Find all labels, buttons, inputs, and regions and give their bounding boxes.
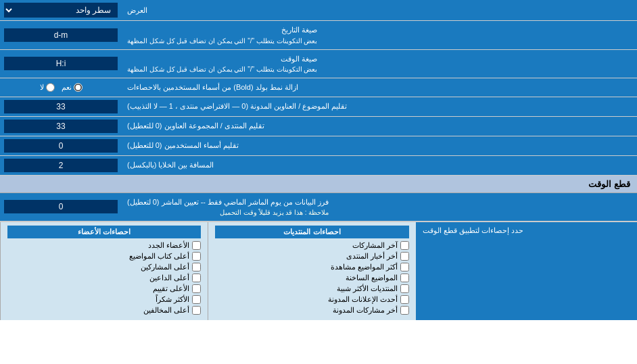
- checkbox-top-inviters[interactable]: [192, 274, 201, 282]
- bold-remove-row: ازالة نمط بولد (Bold) من أسماء المستخدمي…: [0, 78, 637, 97]
- date-format-input-cell[interactable]: [0, 21, 122, 49]
- checkbox-latest-announce[interactable]: [400, 295, 409, 304]
- gap-label: المسافة بين الخلايا (بالبكسل): [122, 156, 637, 175]
- checkbox-item[interactable]: المنتديات الأكثر شبية: [215, 284, 408, 293]
- radio-no-label[interactable]: لا: [40, 83, 55, 92]
- checkbox-new-members[interactable]: [192, 241, 201, 250]
- title-order-input-cell[interactable]: [0, 97, 122, 116]
- stats-col-members-header: احصاءات الأعضاء: [7, 226, 201, 238]
- title-order-label: تقليم الموضوع / العناوين المدونة (0 — ال…: [122, 97, 637, 116]
- bold-remove-radio-group: نعم لا: [40, 83, 82, 92]
- checkbox-latest-posts[interactable]: [400, 241, 409, 250]
- forum-order-label: تقليم المنتدى / المجموعة العناوين (0 للت…: [122, 117, 637, 136]
- checkbox-item[interactable]: أعلى المخالفين: [7, 306, 201, 315]
- checkbox-top-violators[interactable]: [192, 306, 201, 315]
- radio-yes-label[interactable]: نعم: [62, 83, 82, 92]
- checkbox-item[interactable]: أعلى كتاب المواضيع: [7, 252, 201, 261]
- checkbox-most-forums[interactable]: [400, 284, 409, 293]
- time-format-label: صيغة الوقت بعض التكوينات يتطلب "/" التي …: [122, 50, 637, 78]
- date-format-input[interactable]: [4, 28, 118, 42]
- checkbox-item[interactable]: الأعلى تقييم: [7, 284, 201, 293]
- user-order-label: تقليم أسماء المستخدمين (0 للتعطيل): [122, 136, 637, 155]
- time-cut-input[interactable]: [4, 200, 118, 213]
- checkbox-item[interactable]: المواضيع الساخنة: [215, 274, 408, 282]
- checkbox-hot-topics[interactable]: [400, 274, 409, 282]
- time-format-row: صيغة الوقت بعض التكوينات يتطلب "/" التي …: [0, 50, 637, 79]
- radio-yes[interactable]: [74, 83, 82, 92]
- display-mode-select[interactable]: سطر واحدسطرانثلاثة أسطر: [4, 3, 118, 18]
- stats-col-forums-header: احصاءات المنتديات: [215, 226, 408, 238]
- date-format-label: صيغة التاريخ بعض التكوينات يتطلب "/" الت…: [122, 21, 637, 49]
- checkbox-top-rated[interactable]: [192, 284, 201, 293]
- display-mode-cell[interactable]: سطر واحدسطرانثلاثة أسطر: [0, 0, 122, 20]
- date-format-row: صيغة التاريخ بعض التكوينات يتطلب "/" الت…: [0, 21, 637, 50]
- checkbox-item[interactable]: أحدث الإعلانات المدونة: [215, 295, 408, 304]
- stats-col-forums: احصاءات المنتديات آخر المشاركات أخر أخبا…: [208, 222, 415, 320]
- user-order-input-cell[interactable]: [0, 136, 122, 155]
- checkbox-item[interactable]: أعلى المشاركين: [7, 263, 201, 271]
- page-title-label: العرض: [122, 0, 637, 20]
- time-format-input-cell[interactable]: [0, 50, 122, 78]
- stats-section: حدد إحصاءات لتطبيق قطع الوقت احصاءات الم…: [0, 222, 637, 320]
- checkbox-item[interactable]: الأعضاء الجدد: [7, 241, 201, 250]
- checkbox-item[interactable]: أخر أخبار المنتدى: [215, 252, 408, 261]
- gap-row: المسافة بين الخلايا (بالبكسل): [0, 156, 637, 176]
- user-order-row: تقليم أسماء المستخدمين (0 للتعطيل): [0, 136, 637, 156]
- stats-checkboxes-container: احصاءات المنتديات آخر المشاركات أخر أخبا…: [0, 222, 416, 320]
- title-order-input[interactable]: [4, 100, 118, 113]
- checkbox-most-viewed[interactable]: [400, 263, 409, 271]
- bold-remove-radio-cell[interactable]: نعم لا: [0, 78, 122, 97]
- title-order-row: تقليم الموضوع / العناوين المدونة (0 — ال…: [0, 97, 637, 117]
- checkbox-top-writers[interactable]: [192, 252, 201, 261]
- checkbox-item[interactable]: أعلى الداعين: [7, 274, 201, 282]
- checkbox-blog-posts[interactable]: [400, 306, 409, 315]
- checkbox-forum-news[interactable]: [400, 252, 409, 261]
- checkbox-item[interactable]: الأكثر شكراً: [7, 295, 201, 304]
- time-cut-row: فرز البيانات من يوم الماشر الماضي فقط --…: [0, 193, 637, 222]
- checkbox-most-thanked[interactable]: [192, 295, 201, 304]
- stats-label: حدد إحصاءات لتطبيق قطع الوقت: [416, 222, 637, 320]
- gap-input[interactable]: [4, 159, 118, 172]
- stats-col-members: احصاءات الأعضاء الأعضاء الجدد أعلى كتاب …: [0, 222, 208, 320]
- forum-order-row: تقليم المنتدى / المجموعة العناوين (0 للت…: [0, 117, 637, 136]
- header-row: العرض سطر واحدسطرانثلاثة أسطر: [0, 0, 637, 21]
- user-order-input[interactable]: [4, 139, 118, 153]
- gap-input-cell[interactable]: [0, 156, 122, 175]
- checkbox-top-sharers[interactable]: [192, 263, 201, 271]
- checkbox-item[interactable]: أكثر المواضيع مشاهدة: [215, 263, 408, 271]
- time-cut-input-cell[interactable]: [0, 193, 122, 222]
- time-cut-label: فرز البيانات من يوم الماشر الماضي فقط --…: [122, 193, 637, 222]
- bold-remove-label: ازالة نمط بولد (Bold) من أسماء المستخدمي…: [122, 78, 637, 97]
- checkbox-item[interactable]: أخر مشاركات المدونة: [215, 306, 408, 315]
- radio-no[interactable]: [46, 83, 55, 92]
- checkbox-item[interactable]: آخر المشاركات: [215, 241, 408, 250]
- time-format-input[interactable]: [4, 57, 118, 70]
- time-section-header: قطع الوقت: [0, 176, 637, 193]
- forum-order-input-cell[interactable]: [0, 117, 122, 136]
- forum-order-input[interactable]: [4, 120, 118, 133]
